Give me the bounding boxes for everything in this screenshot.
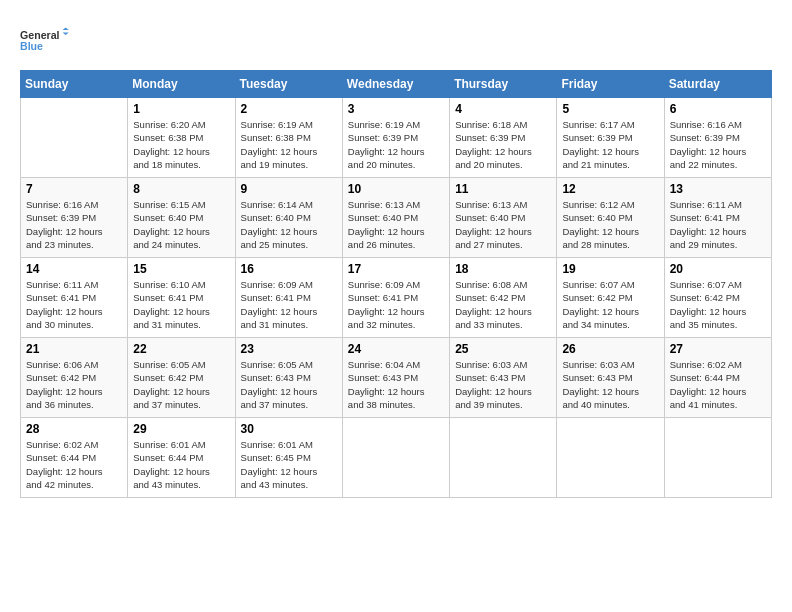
day-sun-info: Sunrise: 6:20 AM Sunset: 6:38 PM Dayligh… <box>133 118 229 171</box>
day-number: 21 <box>26 342 122 356</box>
calendar-week-row: 21Sunrise: 6:06 AM Sunset: 6:42 PM Dayli… <box>21 338 772 418</box>
calendar-cell: 13Sunrise: 6:11 AM Sunset: 6:41 PM Dayli… <box>664 178 771 258</box>
svg-marker-2 <box>63 28 69 31</box>
calendar-cell: 17Sunrise: 6:09 AM Sunset: 6:41 PM Dayli… <box>342 258 449 338</box>
day-number: 5 <box>562 102 658 116</box>
logo-svg: General Blue <box>20 20 70 60</box>
calendar-cell: 10Sunrise: 6:13 AM Sunset: 6:40 PM Dayli… <box>342 178 449 258</box>
logo: General Blue <box>20 20 70 60</box>
day-number: 30 <box>241 422 337 436</box>
day-sun-info: Sunrise: 6:09 AM Sunset: 6:41 PM Dayligh… <box>348 278 444 331</box>
day-sun-info: Sunrise: 6:17 AM Sunset: 6:39 PM Dayligh… <box>562 118 658 171</box>
svg-text:Blue: Blue <box>20 40 43 52</box>
day-sun-info: Sunrise: 6:10 AM Sunset: 6:41 PM Dayligh… <box>133 278 229 331</box>
day-sun-info: Sunrise: 6:03 AM Sunset: 6:43 PM Dayligh… <box>562 358 658 411</box>
calendar-cell: 18Sunrise: 6:08 AM Sunset: 6:42 PM Dayli… <box>450 258 557 338</box>
calendar-cell: 25Sunrise: 6:03 AM Sunset: 6:43 PM Dayli… <box>450 338 557 418</box>
calendar-week-row: 14Sunrise: 6:11 AM Sunset: 6:41 PM Dayli… <box>21 258 772 338</box>
svg-text:General: General <box>20 29 60 41</box>
calendar-cell: 28Sunrise: 6:02 AM Sunset: 6:44 PM Dayli… <box>21 418 128 498</box>
day-number: 20 <box>670 262 766 276</box>
day-sun-info: Sunrise: 6:02 AM Sunset: 6:44 PM Dayligh… <box>670 358 766 411</box>
col-header-wednesday: Wednesday <box>342 71 449 98</box>
calendar-cell: 6Sunrise: 6:16 AM Sunset: 6:39 PM Daylig… <box>664 98 771 178</box>
calendar-cell: 29Sunrise: 6:01 AM Sunset: 6:44 PM Dayli… <box>128 418 235 498</box>
day-sun-info: Sunrise: 6:04 AM Sunset: 6:43 PM Dayligh… <box>348 358 444 411</box>
day-number: 19 <box>562 262 658 276</box>
day-sun-info: Sunrise: 6:18 AM Sunset: 6:39 PM Dayligh… <box>455 118 551 171</box>
calendar-cell <box>450 418 557 498</box>
day-number: 24 <box>348 342 444 356</box>
calendar-cell: 19Sunrise: 6:07 AM Sunset: 6:42 PM Dayli… <box>557 258 664 338</box>
calendar-body: 1Sunrise: 6:20 AM Sunset: 6:38 PM Daylig… <box>21 98 772 498</box>
day-number: 22 <box>133 342 229 356</box>
day-sun-info: Sunrise: 6:14 AM Sunset: 6:40 PM Dayligh… <box>241 198 337 251</box>
day-sun-info: Sunrise: 6:07 AM Sunset: 6:42 PM Dayligh… <box>562 278 658 331</box>
col-header-monday: Monday <box>128 71 235 98</box>
day-sun-info: Sunrise: 6:13 AM Sunset: 6:40 PM Dayligh… <box>455 198 551 251</box>
calendar-table: SundayMondayTuesdayWednesdayThursdayFrid… <box>20 70 772 498</box>
day-sun-info: Sunrise: 6:06 AM Sunset: 6:42 PM Dayligh… <box>26 358 122 411</box>
day-sun-info: Sunrise: 6:16 AM Sunset: 6:39 PM Dayligh… <box>670 118 766 171</box>
calendar-cell: 2Sunrise: 6:19 AM Sunset: 6:38 PM Daylig… <box>235 98 342 178</box>
page-header: General Blue <box>20 20 772 60</box>
calendar-header-row: SundayMondayTuesdayWednesdayThursdayFrid… <box>21 71 772 98</box>
day-sun-info: Sunrise: 6:07 AM Sunset: 6:42 PM Dayligh… <box>670 278 766 331</box>
day-number: 7 <box>26 182 122 196</box>
calendar-cell: 11Sunrise: 6:13 AM Sunset: 6:40 PM Dayli… <box>450 178 557 258</box>
day-sun-info: Sunrise: 6:05 AM Sunset: 6:42 PM Dayligh… <box>133 358 229 411</box>
calendar-cell <box>342 418 449 498</box>
calendar-cell: 1Sunrise: 6:20 AM Sunset: 6:38 PM Daylig… <box>128 98 235 178</box>
day-number: 1 <box>133 102 229 116</box>
day-number: 11 <box>455 182 551 196</box>
day-sun-info: Sunrise: 6:03 AM Sunset: 6:43 PM Dayligh… <box>455 358 551 411</box>
day-sun-info: Sunrise: 6:13 AM Sunset: 6:40 PM Dayligh… <box>348 198 444 251</box>
day-sun-info: Sunrise: 6:12 AM Sunset: 6:40 PM Dayligh… <box>562 198 658 251</box>
day-sun-info: Sunrise: 6:05 AM Sunset: 6:43 PM Dayligh… <box>241 358 337 411</box>
day-number: 9 <box>241 182 337 196</box>
day-number: 25 <box>455 342 551 356</box>
col-header-saturday: Saturday <box>664 71 771 98</box>
day-sun-info: Sunrise: 6:08 AM Sunset: 6:42 PM Dayligh… <box>455 278 551 331</box>
calendar-cell: 4Sunrise: 6:18 AM Sunset: 6:39 PM Daylig… <box>450 98 557 178</box>
day-number: 27 <box>670 342 766 356</box>
day-sun-info: Sunrise: 6:16 AM Sunset: 6:39 PM Dayligh… <box>26 198 122 251</box>
calendar-week-row: 1Sunrise: 6:20 AM Sunset: 6:38 PM Daylig… <box>21 98 772 178</box>
day-sun-info: Sunrise: 6:19 AM Sunset: 6:38 PM Dayligh… <box>241 118 337 171</box>
calendar-cell <box>664 418 771 498</box>
day-number: 12 <box>562 182 658 196</box>
day-number: 29 <box>133 422 229 436</box>
calendar-cell: 23Sunrise: 6:05 AM Sunset: 6:43 PM Dayli… <box>235 338 342 418</box>
day-number: 16 <box>241 262 337 276</box>
day-sun-info: Sunrise: 6:11 AM Sunset: 6:41 PM Dayligh… <box>26 278 122 331</box>
day-number: 15 <box>133 262 229 276</box>
calendar-cell: 8Sunrise: 6:15 AM Sunset: 6:40 PM Daylig… <box>128 178 235 258</box>
calendar-cell: 9Sunrise: 6:14 AM Sunset: 6:40 PM Daylig… <box>235 178 342 258</box>
calendar-cell: 22Sunrise: 6:05 AM Sunset: 6:42 PM Dayli… <box>128 338 235 418</box>
day-sun-info: Sunrise: 6:11 AM Sunset: 6:41 PM Dayligh… <box>670 198 766 251</box>
calendar-cell: 26Sunrise: 6:03 AM Sunset: 6:43 PM Dayli… <box>557 338 664 418</box>
calendar-cell: 21Sunrise: 6:06 AM Sunset: 6:42 PM Dayli… <box>21 338 128 418</box>
col-header-tuesday: Tuesday <box>235 71 342 98</box>
day-sun-info: Sunrise: 6:09 AM Sunset: 6:41 PM Dayligh… <box>241 278 337 331</box>
calendar-cell <box>21 98 128 178</box>
day-number: 13 <box>670 182 766 196</box>
calendar-cell: 15Sunrise: 6:10 AM Sunset: 6:41 PM Dayli… <box>128 258 235 338</box>
calendar-cell: 12Sunrise: 6:12 AM Sunset: 6:40 PM Dayli… <box>557 178 664 258</box>
calendar-week-row: 28Sunrise: 6:02 AM Sunset: 6:44 PM Dayli… <box>21 418 772 498</box>
calendar-cell: 5Sunrise: 6:17 AM Sunset: 6:39 PM Daylig… <box>557 98 664 178</box>
day-number: 28 <box>26 422 122 436</box>
day-number: 14 <box>26 262 122 276</box>
svg-marker-3 <box>63 33 69 36</box>
day-number: 8 <box>133 182 229 196</box>
calendar-cell <box>557 418 664 498</box>
day-number: 23 <box>241 342 337 356</box>
col-header-friday: Friday <box>557 71 664 98</box>
calendar-cell: 20Sunrise: 6:07 AM Sunset: 6:42 PM Dayli… <box>664 258 771 338</box>
col-header-thursday: Thursday <box>450 71 557 98</box>
calendar-cell: 30Sunrise: 6:01 AM Sunset: 6:45 PM Dayli… <box>235 418 342 498</box>
calendar-cell: 27Sunrise: 6:02 AM Sunset: 6:44 PM Dayli… <box>664 338 771 418</box>
calendar-cell: 16Sunrise: 6:09 AM Sunset: 6:41 PM Dayli… <box>235 258 342 338</box>
day-sun-info: Sunrise: 6:02 AM Sunset: 6:44 PM Dayligh… <box>26 438 122 491</box>
calendar-cell: 14Sunrise: 6:11 AM Sunset: 6:41 PM Dayli… <box>21 258 128 338</box>
